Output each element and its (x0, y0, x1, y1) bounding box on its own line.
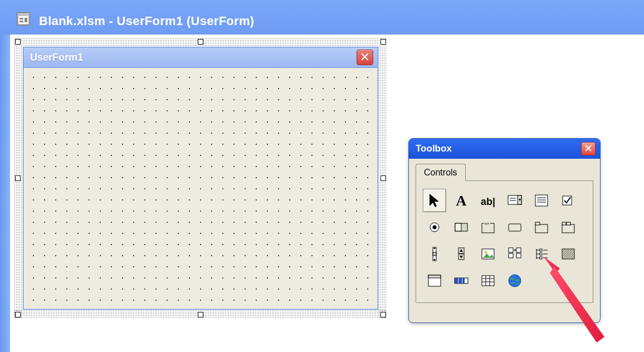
refedit-icon[interactable] (503, 242, 526, 266)
resize-handle-top-left[interactable] (15, 39, 21, 45)
resize-handle-bottom-middle[interactable] (198, 312, 203, 317)
form-icon (17, 12, 30, 26)
selection-frame: UserForm1 (14, 38, 387, 319)
resize-handle-top-right[interactable] (380, 39, 386, 45)
scrollbar-icon[interactable] (423, 242, 446, 266)
listview-icon[interactable] (423, 269, 446, 292)
resize-handle-middle-right[interactable] (380, 175, 386, 181)
imagelist-icon[interactable] (557, 242, 580, 266)
optionbutton-icon[interactable] (423, 216, 446, 239)
userform-close-button[interactable] (357, 50, 373, 65)
resize-handle-middle-left[interactable] (15, 175, 21, 181)
webbrowser-icon[interactable] (503, 269, 526, 292)
svg-rect-2 (19, 18, 23, 19)
togglebutton-icon[interactable] (450, 216, 473, 239)
svg-rect-3 (19, 21, 23, 22)
toolbox-close-button[interactable] (581, 142, 596, 155)
toolbox-body: Controls (416, 163, 593, 316)
datepicker-icon[interactable] (476, 269, 500, 292)
label-icon[interactable] (450, 189, 473, 212)
spinbutton-icon[interactable] (450, 242, 473, 266)
mdi-title: Blank.xlsm - UserForm1 (UserForm) (39, 14, 254, 28)
combobox-icon[interactable] (503, 189, 526, 212)
userform-title: UserForm1 (30, 52, 83, 63)
toolbox-window[interactable]: Toolbox Controls (408, 138, 601, 323)
resize-handle-bottom-left[interactable] (15, 312, 21, 317)
toolbox-titlebar[interactable]: Toolbox (409, 139, 600, 159)
toolbox-tab-controls[interactable]: Controls (416, 164, 466, 181)
treeview-icon[interactable] (530, 242, 553, 266)
svg-rect-4 (25, 18, 27, 22)
mdi-titlebar[interactable]: Blank.xlsm - UserForm1 (UserForm) (0, 0, 644, 35)
userform-titlebar[interactable]: UserForm1 (23, 47, 378, 68)
resize-handle-top-middle[interactable] (198, 39, 203, 45)
userform-design-surface[interactable] (25, 69, 377, 308)
progressbar-icon[interactable] (450, 269, 473, 292)
close-icon (585, 143, 592, 154)
multipage-icon[interactable] (557, 216, 580, 239)
resize-handle-bottom-right[interactable] (380, 312, 386, 317)
toolbox-panel (416, 180, 593, 303)
userform-window[interactable]: UserForm1 (23, 47, 378, 310)
toolbox-title: Toolbox (416, 143, 452, 154)
tabstrip-icon[interactable] (530, 216, 553, 239)
svg-rect-1 (18, 13, 29, 16)
mdi-left-border (0, 0, 10, 352)
image-icon[interactable] (476, 242, 500, 266)
frame-icon[interactable] (476, 216, 500, 239)
close-icon (361, 52, 369, 63)
listbox-icon[interactable] (530, 189, 553, 212)
commandbutton-icon[interactable] (503, 216, 526, 239)
checkbox-icon[interactable] (557, 189, 580, 212)
select-objects-icon[interactable] (423, 189, 446, 212)
textbox-icon[interactable] (476, 189, 500, 212)
toolbox-tab-label: Controls (424, 168, 457, 177)
toolbox-grid (423, 189, 586, 292)
